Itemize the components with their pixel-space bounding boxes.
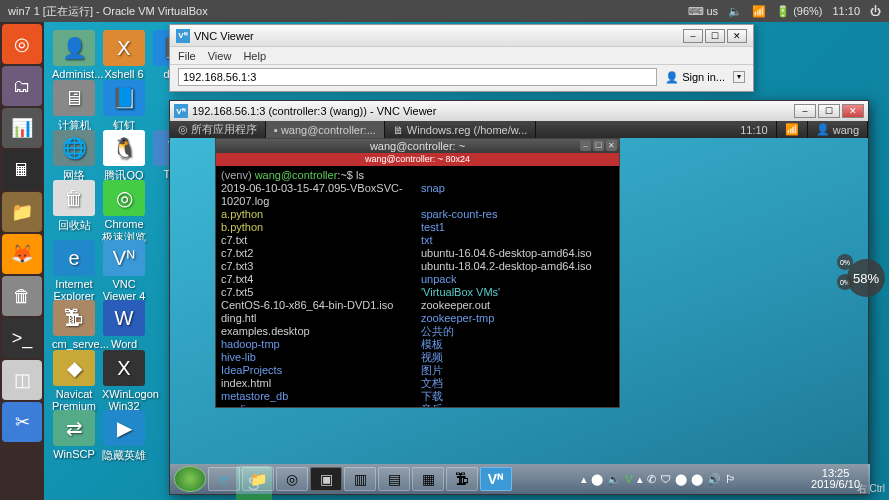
desktop-shortcut-qq[interactable]: 🐧腾讯QQ — [102, 130, 146, 183]
desktop-shortcut-ie[interactable]: eInternet Explorer — [52, 240, 96, 302]
shortcut-label: 隐藏英雄 — [102, 448, 146, 463]
desktop-shortcut-vncviewer[interactable]: VᴺVNC Viewer 4 — [102, 240, 146, 302]
desktop-shortcut-administrator[interactable]: 👤Administ... — [52, 30, 96, 80]
pinned-vnc-icon[interactable]: Vᴺ — [480, 467, 512, 491]
shortcut-label: Xshell 6 — [102, 68, 146, 80]
menu-help[interactable]: Help — [243, 50, 266, 62]
shortcut-icon: ▶ — [103, 410, 145, 446]
tray-icon[interactable]: 🏳 — [725, 473, 736, 485]
files-icon[interactable]: 🗂 — [2, 66, 42, 106]
vnc-logo-icon: Vᴺ — [174, 104, 188, 118]
close-button[interactable]: ✕ — [842, 104, 864, 118]
sign-in-button[interactable]: 👤 Sign in... — [665, 71, 725, 84]
vnc-main-titlebar[interactable]: Vᴺ VNC Viewer – ☐ ✕ — [170, 25, 753, 47]
shortcut-icon: ⇄ — [53, 410, 95, 446]
pinned-explorer-icon[interactable]: 📁 — [242, 467, 274, 491]
shortcut-icon: ◆ — [53, 350, 95, 386]
task-editor[interactable]: 🗎 Windows.reg (/home/w... — [385, 121, 536, 138]
shortcut-icon: 📘 — [103, 80, 145, 116]
term-maximize-button[interactable]: ☐ — [593, 140, 604, 151]
terminal-output[interactable]: (venv) wang@controller:~$ ls2019-06-10-0… — [216, 166, 619, 407]
shortcut-label: 回收站 — [52, 218, 96, 233]
vnc-session-titlebar[interactable]: Vᴺ 192.168.56.1:3 (controller:3 (wang)) … — [170, 101, 868, 121]
desktop-shortcut-recycle[interactable]: 🗑回收站 — [52, 180, 96, 233]
pinned-ie-icon[interactable]: e — [208, 467, 240, 491]
menu-file[interactable]: File — [178, 50, 196, 62]
terminal-icon[interactable]: >_ — [2, 318, 42, 358]
shortcut-icon: X — [103, 30, 145, 66]
desktop-shortcut-network[interactable]: 🌐网络 — [52, 130, 96, 183]
volume-icon[interactable]: 📶 — [752, 5, 766, 18]
shortcut-icon: W — [103, 300, 145, 336]
apps-menu-button[interactable]: ◎ 所有应用程序 — [170, 121, 266, 138]
guest-network-icon[interactable]: 📶 — [777, 121, 808, 138]
safety-widget[interactable]: 0% 0% 58% — [837, 254, 885, 302]
tray-safety-icon[interactable]: V — [625, 473, 632, 485]
pinned-app1-icon[interactable]: ▥ — [344, 467, 376, 491]
tray-icon[interactable]: ⬤ — [691, 473, 703, 486]
vnc-viewer-main-window[interactable]: Vᴺ VNC Viewer – ☐ ✕ File View Help 👤 Sig… — [169, 24, 754, 92]
remote-desktop[interactable]: ◎ 所有应用程序 ▪ wang@controller:... 🗎 Windows… — [170, 121, 868, 494]
tray-icon[interactable]: 🔊 — [707, 473, 721, 486]
desktop-shortcut-winscp[interactable]: ⇄WinSCP — [52, 410, 96, 460]
vnc-address-input[interactable] — [178, 68, 657, 86]
task-terminal[interactable]: ▪ wang@controller:... — [266, 121, 385, 138]
tray-icon[interactable]: ▴ — [637, 473, 643, 486]
close-button[interactable]: ✕ — [727, 29, 747, 43]
vbox-icon[interactable]: ◫ — [2, 360, 42, 400]
minimize-button[interactable]: – — [683, 29, 703, 43]
battery-indicator[interactable]: 🔋 (96%) — [776, 5, 822, 18]
guest-top-panel: ◎ 所有应用程序 ▪ wang@controller:... 🗎 Windows… — [170, 121, 868, 138]
vnc-logo-icon: Vᴺ — [176, 29, 190, 43]
vnc-session-window[interactable]: Vᴺ 192.168.56.1:3 (controller:3 (wang)) … — [169, 100, 869, 495]
maximize-button[interactable]: ☐ — [705, 29, 725, 43]
menu-view[interactable]: View — [208, 50, 232, 62]
tray-icon[interactable]: ▴ — [581, 473, 587, 486]
maximize-button[interactable]: ☐ — [818, 104, 840, 118]
keyboard-indicator[interactable]: ⌨ us — [688, 5, 719, 18]
shortcut-icon: Vᴺ — [103, 240, 145, 276]
tray-icon[interactable]: 🔈 — [607, 473, 621, 486]
tray-icon[interactable]: ⬤ — [591, 473, 603, 486]
tray-icon[interactable]: ⬤ — [675, 473, 687, 486]
desktop-shortcut-computer[interactable]: 🖥计算机 — [52, 80, 96, 133]
desktop-shortcut-baofeng[interactable]: ▶隐藏英雄 — [102, 410, 146, 463]
vnc-main-title: VNC Viewer — [194, 30, 254, 42]
shortcut-label: cm_serve... — [52, 338, 96, 350]
screenshot-icon[interactable]: ✂ — [2, 402, 42, 442]
tray-icon[interactable]: 🛡 — [660, 473, 671, 485]
pinned-app3-icon[interactable]: ▦ — [412, 467, 444, 491]
system-tray[interactable]: ▴ ⬤ 🔈 V ▴ ✆ 🛡 ⬤ ⬤ 🔊 🏳 — [581, 473, 735, 486]
guest-clock[interactable]: 11:10 — [732, 121, 777, 138]
clock[interactable]: 11:10 — [832, 5, 860, 17]
calc-icon[interactable]: 🖩 — [2, 150, 42, 190]
term-minimize-button[interactable]: – — [580, 140, 591, 151]
desktop-shortcut-dingding[interactable]: 📘钉钉 — [102, 80, 146, 133]
firefox-icon[interactable]: 🦊 — [2, 234, 42, 274]
desktop-shortcut-xshell[interactable]: XXshell 6 — [102, 30, 146, 80]
term-close-button[interactable]: ✕ — [606, 140, 617, 151]
network-icon[interactable]: 🔈 — [728, 5, 742, 18]
shortcut-icon: 🐧 — [103, 130, 145, 166]
pinned-cmd-icon[interactable]: ▣ — [310, 467, 342, 491]
guest-user[interactable]: 👤 wang — [808, 121, 868, 138]
tray-icon[interactable]: ✆ — [647, 473, 656, 486]
terminal-titlebar[interactable]: wang@controller: ~ – ☐ ✕ — [216, 139, 619, 153]
dash-icon[interactable]: ◎ — [2, 24, 42, 64]
trash-icon[interactable]: 🗑 — [2, 276, 42, 316]
pinned-winrar-icon[interactable]: 🗜 — [446, 467, 478, 491]
pinned-chrome-icon[interactable]: ◎ — [276, 467, 308, 491]
terminal-window[interactable]: wang@controller: ~ – ☐ ✕ wang@controller… — [215, 138, 620, 408]
session-menu-icon[interactable]: ⏻ — [870, 5, 881, 17]
folder-icon[interactable]: 📁 — [2, 192, 42, 232]
desktop-shortcut-cmserver[interactable]: 🗜cm_serve... — [52, 300, 96, 350]
top-panel-tray: ⌨ us 🔈 📶 🔋 (96%) 11:10 ⏻ — [688, 5, 882, 18]
monitor-icon[interactable]: 📊 — [2, 108, 42, 148]
start-button[interactable] — [174, 466, 206, 492]
ubuntu-launcher: ◎🗂📊🖩📁🦊🗑>_◫✂ — [0, 22, 44, 500]
terminal-title: wang@controller: ~ — [370, 140, 465, 152]
minimize-button[interactable]: – — [794, 104, 816, 118]
shortcut-label: VNC Viewer 4 — [102, 278, 146, 302]
pinned-app2-icon[interactable]: ▤ — [378, 467, 410, 491]
signin-dropdown[interactable]: ▾ — [733, 71, 745, 83]
